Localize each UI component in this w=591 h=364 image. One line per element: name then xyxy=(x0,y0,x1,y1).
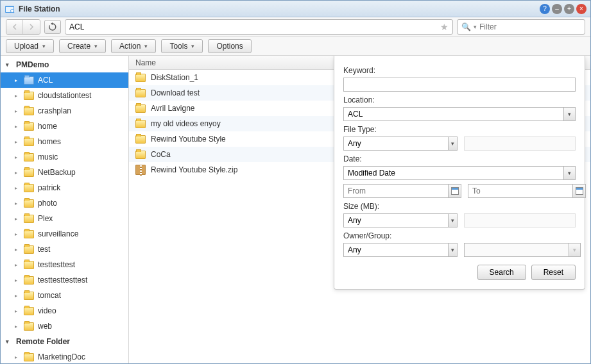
folder-icon xyxy=(24,353,34,361)
folder-icon xyxy=(24,184,34,192)
location-dropdown-icon[interactable]: ▾ xyxy=(563,108,575,120)
filter-field[interactable]: 🔍 ▾ xyxy=(457,19,585,35)
nav-back-forward xyxy=(6,19,40,35)
sidebar-item-music[interactable]: ▸music xyxy=(1,149,128,165)
sidebar-item-plex[interactable]: ▸Plex xyxy=(1,211,128,226)
path-field[interactable]: ★ xyxy=(65,19,453,35)
date-to-calendar-icon[interactable] xyxy=(572,185,585,197)
zip-icon xyxy=(135,165,146,175)
date-from-calendar-icon[interactable] xyxy=(448,185,461,197)
sidebar-item-testtesttesttest[interactable]: ▸testtesttesttest xyxy=(1,272,128,288)
favorite-icon[interactable]: ★ xyxy=(440,22,449,32)
sidebar-item-label: video xyxy=(38,306,56,315)
close-button[interactable]: × xyxy=(576,4,587,14)
app-icon xyxy=(4,4,15,14)
caret-icon: ▾ xyxy=(94,43,98,49)
path-input[interactable] xyxy=(69,22,440,31)
folder-icon xyxy=(24,215,34,223)
owner-extra-select[interactable]: ▾ xyxy=(464,243,581,257)
folder-icon xyxy=(24,261,34,269)
owner-extra-dropdown-icon[interactable]: ▾ xyxy=(569,244,580,256)
date-to-field[interactable] xyxy=(468,184,586,198)
filetype-extra xyxy=(464,136,576,151)
sidebar-item-homes[interactable]: ▸homes xyxy=(1,134,128,149)
tree-root-header[interactable]: ▾PMDemo xyxy=(1,57,128,72)
chevron-right-icon: ▸ xyxy=(15,201,20,206)
sidebar-item-marketingdoc[interactable]: ▸MarketingDoc xyxy=(1,349,128,363)
sidebar-item-label: test xyxy=(38,245,50,254)
col-name: Name xyxy=(135,58,156,67)
owner-dropdown-icon[interactable]: ▾ xyxy=(448,244,457,256)
refresh-button[interactable] xyxy=(44,20,61,34)
filetype-select[interactable]: ▾ xyxy=(343,136,458,151)
date-from-field[interactable] xyxy=(343,184,461,198)
size-dropdown-icon[interactable]: ▾ xyxy=(448,214,457,227)
filter-input[interactable] xyxy=(479,22,581,31)
sidebar-item-test[interactable]: ▸test xyxy=(1,242,128,257)
upload-button[interactable]: Upload▾ xyxy=(6,39,54,53)
sidebar-item-photo[interactable]: ▸photo xyxy=(1,195,128,211)
file-name: CoCa xyxy=(151,150,171,159)
date-dropdown-icon[interactable]: ▾ xyxy=(563,167,575,179)
filter-dropdown-caret[interactable]: ▾ xyxy=(474,24,477,30)
folder-icon xyxy=(135,151,146,159)
sidebar-item-video[interactable]: ▸video xyxy=(1,303,128,318)
forward-button[interactable] xyxy=(23,20,40,34)
file-station-window: File Station ? – + × ★ 🔍 ▾ xyxy=(0,0,591,364)
date-from-input[interactable] xyxy=(344,185,448,197)
owner-select[interactable]: ▾ xyxy=(343,243,458,257)
sidebar-item-acl[interactable]: ▸ACL xyxy=(1,72,128,88)
folder-icon xyxy=(24,92,34,100)
sidebar-item-cloudstationtest[interactable]: ▸cloudstationtest xyxy=(1,88,128,103)
sidebar-item-label: Plex xyxy=(38,214,53,223)
size-select[interactable]: ▾ xyxy=(343,213,458,228)
size-extra xyxy=(464,213,576,228)
folder-icon xyxy=(24,292,34,300)
chevron-left-icon xyxy=(12,24,17,30)
sidebar-item-netbackup[interactable]: ▸NetBackup xyxy=(1,165,128,180)
owner-value[interactable] xyxy=(344,244,448,256)
back-button[interactable] xyxy=(6,20,23,34)
date-type-select[interactable]: ▾ xyxy=(343,166,576,180)
chevron-right-icon: ▸ xyxy=(15,124,20,129)
file-name: Rewind Youtube Style xyxy=(151,135,226,144)
minimize-button[interactable]: – xyxy=(552,4,562,14)
size-value[interactable] xyxy=(344,214,448,227)
sidebar-item-tomcat[interactable]: ▸tomcat xyxy=(1,288,128,303)
tree-root-header[interactable]: ▾Remote Folder xyxy=(1,334,128,349)
date-to-input[interactable] xyxy=(468,185,572,197)
chevron-right-icon xyxy=(29,24,34,30)
sidebar-item-crashplan[interactable]: ▸crashplan xyxy=(1,103,128,119)
folder-icon xyxy=(135,74,146,82)
filetype-dropdown-icon[interactable]: ▾ xyxy=(448,137,457,150)
sidebar-item-label: homes xyxy=(38,137,61,146)
maximize-button[interactable]: + xyxy=(564,4,574,14)
owner-extra-input[interactable] xyxy=(465,244,569,256)
folder-icon xyxy=(135,104,146,113)
file-name: Avril Lavigne xyxy=(151,104,194,113)
reset-button[interactable]: Reset xyxy=(531,265,576,280)
folder-icon xyxy=(135,135,146,144)
options-button[interactable]: Options xyxy=(208,39,251,53)
chevron-right-icon: ▸ xyxy=(15,93,20,99)
sidebar-item-patrick[interactable]: ▸patrick xyxy=(1,180,128,195)
create-button[interactable]: Create▾ xyxy=(59,39,106,53)
help-button[interactable]: ? xyxy=(540,4,550,14)
keyword-input[interactable] xyxy=(343,78,576,92)
location-value[interactable] xyxy=(344,108,563,120)
caret-icon: ▾ xyxy=(191,43,194,49)
date-value[interactable] xyxy=(344,167,563,179)
folder-icon xyxy=(135,89,146,97)
sidebar-item-testtesttest[interactable]: ▸testtesttest xyxy=(1,257,128,272)
search-button[interactable]: Search xyxy=(477,265,526,280)
tools-button[interactable]: Tools▾ xyxy=(161,39,203,53)
filetype-value[interactable] xyxy=(344,137,448,150)
action-button[interactable]: Action▾ xyxy=(111,39,156,53)
sidebar-item-home[interactable]: ▸home xyxy=(1,119,128,134)
sidebar-item-surveillance[interactable]: ▸surveillance xyxy=(1,226,128,242)
location-select[interactable]: ▾ xyxy=(343,107,576,121)
chevron-right-icon: ▸ xyxy=(15,308,20,314)
owner-label: Owner/Group: xyxy=(343,231,576,240)
sidebar-item-label: web xyxy=(38,322,52,331)
sidebar-item-web[interactable]: ▸web xyxy=(1,318,128,334)
